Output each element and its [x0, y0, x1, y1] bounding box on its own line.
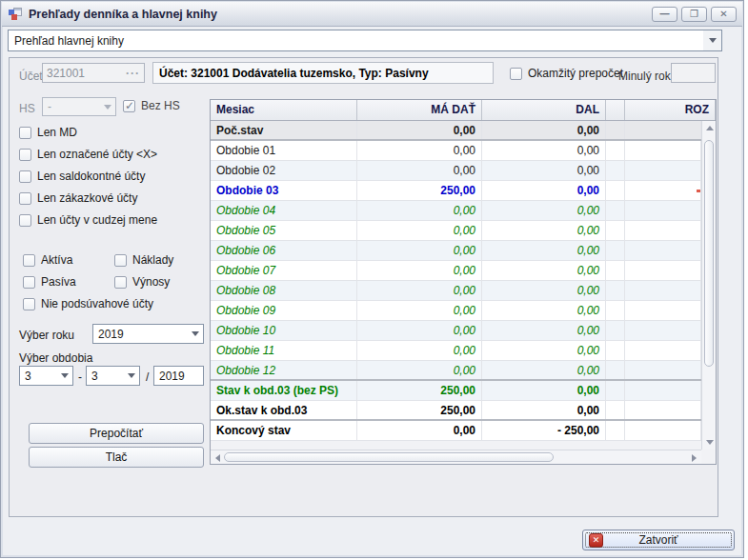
- table-row[interactable]: Obdobie 010,000,00: [211, 141, 701, 161]
- cell-dal: 0,00: [482, 341, 606, 360]
- filter-len-zakazkove[interactable]: Len zákazkové účty: [19, 191, 137, 205]
- len-cudzia-mena-checkbox[interactable]: [19, 214, 31, 227]
- minimize-button-icon[interactable]: —: [652, 7, 677, 22]
- vertical-scrollbar-thumb[interactable]: [704, 140, 714, 367]
- column-header-dal[interactable]: DAL: [482, 100, 606, 120]
- table-row[interactable]: Obdobie 060,000,00: [211, 241, 701, 261]
- table-row[interactable]: Obdobie 100,000,00: [211, 321, 701, 341]
- table-row[interactable]: Stav k obd.03 (bez PS)250,000,00: [211, 381, 701, 401]
- cell-roz: [625, 401, 701, 419]
- column-header-ma-dat[interactable]: MÁ DAŤ: [357, 100, 482, 120]
- chevron-down-icon: [57, 373, 72, 378]
- nie-podsuvahove-checkbox[interactable]: [23, 298, 35, 310]
- filter-nie-podsuvahove[interactable]: Nie podsúvahové účty: [23, 297, 153, 310]
- scroll-down-icon[interactable]: [702, 435, 717, 450]
- okamzity-prepocet-checkbox[interactable]: [510, 68, 522, 80]
- ucet-field[interactable]: 321001 ···: [42, 63, 145, 83]
- app-form-icon: [8, 7, 23, 22]
- table-row[interactable]: Obdobie 120,000,00: [211, 361, 701, 381]
- len-md-checkbox[interactable]: [19, 127, 31, 139]
- cell-roz: [625, 421, 701, 440]
- minuly-rok-field[interactable]: [671, 63, 716, 83]
- close-button-icon[interactable]: ✕: [711, 7, 737, 22]
- okamzity-prepocet-checkbox-row[interactable]: Okamžitý prepočet: [510, 67, 623, 80]
- cell-mesiac: Obdobie 01: [211, 141, 357, 160]
- cell-gap: [606, 261, 625, 280]
- table-row[interactable]: Obdobie 110,000,00: [211, 341, 701, 361]
- cell-gap: [606, 401, 625, 419]
- len-cudzia-mena-label: Len účty v cudzej mene: [37, 213, 157, 227]
- len-oznacene-checkbox[interactable]: [19, 149, 31, 161]
- pasiva-checkbox[interactable]: [23, 276, 35, 289]
- table-row[interactable]: Poč.stav0,000,00: [211, 121, 701, 141]
- chevron-down-icon: [188, 331, 203, 336]
- aktiva-checkbox[interactable]: [23, 254, 35, 267]
- filter-len-md[interactable]: Len MD: [19, 126, 77, 139]
- len-zakazkove-checkbox[interactable]: [19, 192, 31, 205]
- table-row[interactable]: Obdobie 070,000,00: [211, 261, 701, 281]
- cell-mesiac: Obdobie 11: [211, 341, 357, 360]
- browse-ellipsis-button[interactable]: ···: [126, 67, 140, 80]
- table-row[interactable]: Koncový stav0,00- 250,00: [211, 421, 701, 441]
- cell-mesiac: Obdobie 03: [211, 181, 357, 200]
- obdobie-od-combobox[interactable]: 3: [19, 366, 73, 386]
- zatvorit-button[interactable]: ✕ Zatvoriť: [582, 530, 735, 550]
- column-header-roz[interactable]: ROZ: [625, 100, 716, 120]
- cell-roz: [625, 281, 701, 300]
- cell-gap: [606, 381, 625, 400]
- chevron-down-icon[interactable]: [703, 30, 721, 50]
- cell-dal: 0,00: [482, 141, 606, 160]
- table-row[interactable]: Obdobie 03250,000,00: [211, 181, 701, 201]
- table-row[interactable]: Ok.stav k obd.03250,000,00: [211, 401, 701, 421]
- cell-gap: [606, 301, 625, 320]
- pasiva-label: Pasíva: [41, 275, 76, 289]
- naklady-checkbox[interactable]: [114, 254, 127, 267]
- obdobie-do-combobox[interactable]: 3: [86, 366, 140, 386]
- len-saldokontne-checkbox[interactable]: [19, 170, 31, 183]
- cell-mesiac: Obdobie 05: [211, 221, 357, 240]
- column-header-mesiac[interactable]: Mesiac: [211, 100, 357, 120]
- table-row[interactable]: Obdobie 050,000,00: [211, 221, 701, 241]
- view-selector-combobox[interactable]: Prehľad hlavnej knihy: [8, 30, 722, 51]
- filter-vynosy[interactable]: Výnosy: [114, 275, 170, 289]
- hs-combobox[interactable]: -: [42, 97, 116, 116]
- scroll-up-icon[interactable]: [702, 121, 717, 135]
- clipped-red-value-sliver: [697, 190, 700, 192]
- filter-len-cudzia-mena[interactable]: Len účty v cudzej mene: [19, 213, 157, 227]
- period-slash: /: [146, 370, 149, 384]
- table-row[interactable]: Obdobie 080,000,00: [211, 281, 701, 301]
- cell-ma-dat: 0,00: [357, 221, 482, 240]
- bez-hs-checkbox[interactable]: [123, 100, 135, 112]
- period-year-input[interactable]: 2019: [153, 366, 204, 386]
- table-header: Mesiac MÁ DAŤ DAL ROZ: [211, 100, 716, 121]
- table-body: Poč.stav0,000,00Obdobie 010,000,00Obdobi…: [211, 121, 701, 450]
- filter-pasiva[interactable]: Pasíva: [23, 275, 76, 289]
- prepocitat-button[interactable]: Prepočítať: [29, 423, 204, 444]
- filter-len-oznacene[interactable]: Len označené účty <X>: [19, 148, 157, 161]
- vertical-scrollbar[interactable]: [701, 121, 716, 450]
- cell-ma-dat: 250,00: [357, 381, 482, 400]
- scroll-left-icon[interactable]: [211, 450, 225, 465]
- horizontal-scrollbar-thumb[interactable]: [224, 452, 554, 462]
- filter-naklady[interactable]: Náklady: [114, 253, 173, 267]
- scroll-right-icon[interactable]: [687, 450, 701, 465]
- filter-len-saldokontne[interactable]: Len saldokontné účty: [19, 170, 145, 183]
- table-row[interactable]: Obdobie 020,000,00: [211, 161, 701, 181]
- cell-roz: [625, 261, 701, 280]
- cell-ma-dat: 0,00: [357, 241, 482, 260]
- bez-hs-checkbox-row[interactable]: Bez HS: [123, 99, 180, 112]
- tlac-button[interactable]: Tlač: [29, 447, 204, 468]
- filter-aktiva[interactable]: Aktíva: [23, 253, 72, 267]
- maximize-button-icon[interactable]: ❐: [681, 7, 707, 22]
- window-title: Prehľady denníka a hlavnej knihy: [29, 8, 217, 21]
- column-header-gap[interactable]: [606, 100, 625, 120]
- vyber-roku-combobox[interactable]: 2019: [92, 324, 204, 344]
- horizontal-scrollbar[interactable]: [211, 450, 701, 464]
- table-row[interactable]: Obdobie 090,000,00: [211, 301, 701, 321]
- cell-roz: [625, 301, 701, 320]
- vynosy-checkbox[interactable]: [114, 276, 127, 289]
- view-selector-value: Prehľad hlavnej knihy: [9, 34, 124, 48]
- cell-gap: [606, 361, 625, 379]
- len-md-label: Len MD: [37, 126, 77, 139]
- table-row[interactable]: Obdobie 040,000,00: [211, 201, 701, 221]
